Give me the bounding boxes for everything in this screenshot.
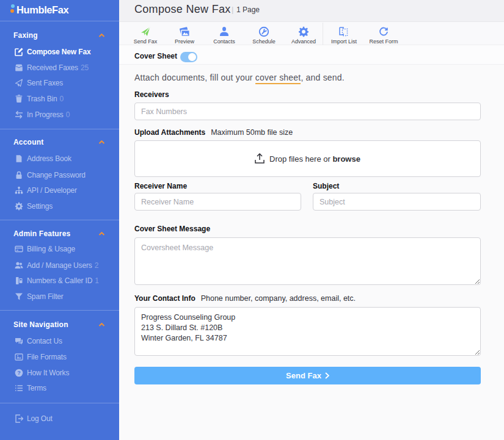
svg-text:?: ? <box>17 370 20 376</box>
